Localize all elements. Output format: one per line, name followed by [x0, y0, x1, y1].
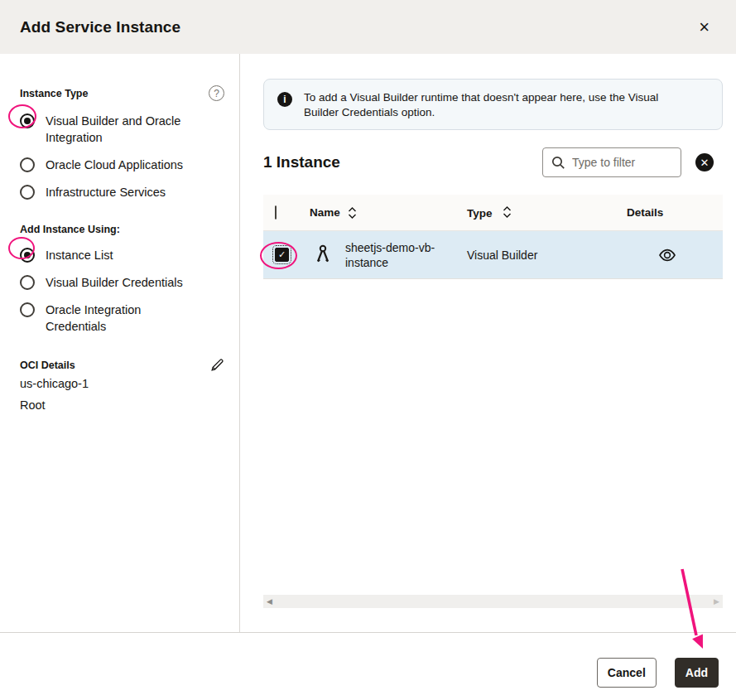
view-details-eye-icon[interactable]: [658, 246, 676, 264]
add-instance-using-label: Add Instance Using:: [20, 224, 120, 235]
sidebar: Instance Type ? Visual Builder and Oracl…: [0, 54, 240, 632]
dialog-footer: Cancel Add: [0, 632, 736, 700]
cancel-button[interactable]: Cancel: [597, 658, 657, 688]
info-banner: i To add a Visual Builder runtime that d…: [263, 79, 723, 130]
radio-label: Oracle Cloud Applications: [46, 157, 183, 173]
add-instance-using-group: Instance List Visual Builder Credentials…: [20, 247, 224, 335]
edit-pencil-icon[interactable]: [210, 358, 224, 372]
radio-icon[interactable]: [20, 113, 35, 128]
search-icon: [551, 156, 565, 170]
oci-details-label: OCI Details: [20, 360, 75, 371]
select-all-checkbox[interactable]: [275, 205, 277, 220]
radio-label: Infrastructure Services: [46, 184, 166, 200]
instance-count-heading: 1 Instance: [263, 153, 340, 171]
radio-label: Instance List: [46, 247, 113, 263]
radio-visual-builder-and-oracle-integration[interactable]: Visual Builder and Oracle Integration: [20, 113, 224, 146]
radio-icon[interactable]: [20, 275, 35, 290]
radio-label: Visual Builder Credentials: [46, 274, 183, 291]
instance-type-header: Instance Type ?: [20, 85, 224, 101]
close-icon[interactable]: ×: [692, 15, 716, 40]
row-checkbox[interactable]: ✓: [275, 248, 289, 262]
radio-icon[interactable]: [20, 248, 35, 263]
radio-instance-list[interactable]: Instance List: [20, 247, 224, 263]
radio-label: Visual Builder and Oracle Integration: [46, 113, 199, 146]
radio-icon[interactable]: [20, 185, 35, 200]
info-icon: i: [277, 92, 292, 107]
column-header-details: Details: [627, 206, 663, 219]
sort-icon[interactable]: [503, 205, 512, 219]
column-header-type[interactable]: Type: [467, 207, 493, 220]
instance-type-label: Instance Type: [20, 88, 88, 99]
oci-region-value: us-chicago-1: [20, 374, 224, 393]
instance-name: sheetjs-demo-vb-instance: [345, 240, 438, 270]
column-header-name[interactable]: Name: [310, 206, 340, 219]
table-header-row: Name Type Details: [263, 195, 723, 231]
table-empty-area: [263, 279, 723, 595]
toolbar: 1 Instance ✕: [263, 147, 723, 177]
dialog-title: Add Service Instance: [20, 18, 180, 36]
oci-compartment-value: Root: [20, 395, 224, 415]
horizontal-scrollbar[interactable]: ◀ ▶: [263, 595, 723, 608]
radio-oracle-integration-credentials[interactable]: Oracle Integration Credentials: [20, 302, 224, 335]
radio-icon[interactable]: [20, 157, 35, 172]
filter-search-box[interactable]: [542, 147, 681, 177]
scroll-left-icon[interactable]: ◀: [267, 598, 272, 606]
instance-type-group: Visual Builder and Oracle Integration Or…: [20, 113, 224, 200]
filter-input[interactable]: [572, 156, 672, 169]
instances-table: Name Type Details: [263, 195, 723, 608]
instance-type-value: Visual Builder: [467, 249, 537, 262]
clear-filter-icon[interactable]: ✕: [695, 153, 714, 171]
radio-visual-builder-credentials[interactable]: Visual Builder Credentials: [20, 274, 224, 291]
add-service-instance-dialog: Add Service Instance × Instance Type ? V…: [0, 0, 736, 700]
dialog-header: Add Service Instance ×: [0, 0, 736, 54]
scroll-right-icon[interactable]: ▶: [714, 598, 719, 606]
radio-icon[interactable]: [20, 302, 35, 317]
main-panel: i To add a Visual Builder runtime that d…: [240, 54, 736, 632]
sort-icon[interactable]: [348, 206, 357, 220]
info-banner-text: To add a Visual Builder runtime that doe…: [304, 90, 693, 120]
add-instance-using-header: Add Instance Using:: [20, 224, 224, 235]
add-button[interactable]: Add: [675, 658, 719, 688]
help-icon[interactable]: ?: [209, 85, 224, 101]
oci-details-section: OCI Details us-chicago-1 Root: [20, 358, 224, 415]
dialog-body: Instance Type ? Visual Builder and Oracl…: [0, 54, 736, 632]
radio-infrastructure-services[interactable]: Infrastructure Services: [20, 184, 224, 200]
radio-label: Oracle Integration Credentials: [46, 302, 199, 335]
radio-oracle-cloud-applications[interactable]: Oracle Cloud Applications: [20, 157, 224, 173]
visual-builder-compass-icon: [313, 244, 333, 267]
table-row[interactable]: ✓ sheetjs-demo-vb-instance Visual Builde…: [263, 231, 723, 279]
